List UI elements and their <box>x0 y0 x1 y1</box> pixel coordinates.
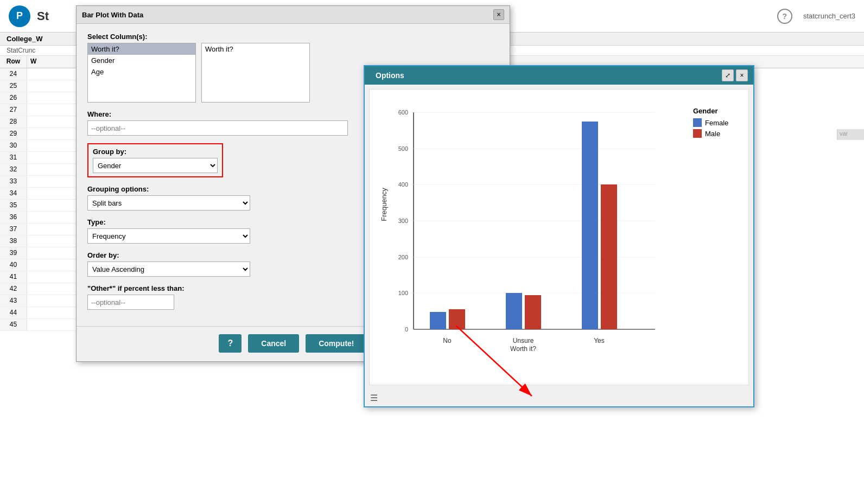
orderby-select[interactable]: Value AscendingValue DescendingFrequency… <box>87 261 250 277</box>
legend-title: Gender <box>693 107 728 115</box>
row-number: 38 <box>0 235 27 247</box>
row-number: 28 <box>0 116 27 128</box>
barplot-dialog-close[interactable]: × <box>493 9 504 20</box>
row-number: 32 <box>0 164 27 176</box>
app-title: St <box>37 9 49 23</box>
options-title-label: Options <box>370 70 410 81</box>
legend-label-male: Male <box>705 130 720 138</box>
bar-chart: Frequency 0 100 200 300 400 500 <box>378 96 682 378</box>
bar-no-female <box>430 312 446 329</box>
columns-listbox[interactable]: Worth it?GenderAge <box>87 43 196 103</box>
svg-text:200: 200 <box>398 254 408 260</box>
row-number: 27 <box>0 104 27 116</box>
svg-text:100: 100 <box>398 290 408 296</box>
svg-text:400: 400 <box>398 181 408 188</box>
header-row: Row <box>0 56 27 68</box>
row-number: 42 <box>0 283 27 295</box>
grouping-options-select[interactable]: Split barsStacked barsNormalized <box>87 195 250 210</box>
legend-item-male: Male <box>693 129 728 138</box>
groupby-select[interactable]: GenderAgeWorth it? <box>93 158 218 173</box>
chart-area: Frequency 0 100 200 300 400 500 <box>369 89 749 385</box>
cancel-button[interactable]: Cancel <box>248 334 299 353</box>
legend-item-female: Female <box>693 118 728 127</box>
barplot-dialog-titlebar: Bar Plot With Data × <box>77 6 510 24</box>
groupby-container: Group by: GenderAgeWorth it? <box>87 143 223 177</box>
row-number: 44 <box>0 307 27 319</box>
row-number: 34 <box>0 188 27 200</box>
selected-column-display: Worth it? <box>201 43 310 103</box>
row-number: 30 <box>0 140 27 152</box>
x-label-no: No <box>443 337 452 344</box>
options-dialog: Options ⤢ × Frequency 0 <box>364 65 754 407</box>
other-input[interactable] <box>87 295 174 310</box>
options-title-buttons: ⤢ × <box>722 69 748 81</box>
x-label-worthit: Worth it? <box>510 345 536 353</box>
barplot-dialog-title: Bar Plot With Data <box>82 11 143 19</box>
x-label-yes: Yes <box>594 337 605 344</box>
row-number: 40 <box>0 259 27 271</box>
row-number: 35 <box>0 200 27 212</box>
row-number: 37 <box>0 224 27 235</box>
row-number: 25 <box>0 80 27 92</box>
x-label-unsure: Unsure <box>513 337 534 344</box>
row-number: 43 <box>0 295 27 307</box>
pearson-logo: P <box>9 5 30 27</box>
legend-color-female <box>693 118 702 127</box>
list-item[interactable]: Gender <box>88 55 195 66</box>
list-item[interactable]: Worth it? <box>88 43 195 55</box>
compute-button[interactable]: Compute! <box>306 334 367 353</box>
list-item[interactable]: Age <box>88 66 195 78</box>
options-close-button[interactable]: × <box>736 69 748 81</box>
question-button[interactable]: ? <box>219 334 242 353</box>
select-columns-label: Select Column(s): <box>87 33 499 41</box>
groupby-label: Group by: <box>93 148 218 156</box>
row-number: 26 <box>0 92 27 104</box>
expand-button[interactable]: ⤢ <box>722 69 734 81</box>
type-select[interactable]: FrequencyRelative FrequencyPercent <box>87 228 250 244</box>
svg-text:600: 600 <box>398 109 408 116</box>
hamburger-icon[interactable]: ☰ <box>370 393 378 403</box>
row-number: 36 <box>0 212 27 224</box>
row-number: 24 <box>0 68 27 80</box>
y-axis-label: Frequency <box>380 188 388 221</box>
svg-text:0: 0 <box>405 326 408 333</box>
svg-text:500: 500 <box>398 145 408 152</box>
var-col-header: var <box>837 129 864 140</box>
user-label: statcrunch_cert3 <box>803 12 855 20</box>
options-footer: ☰ <box>365 390 753 406</box>
row-number: 33 <box>0 176 27 188</box>
bar-unsure-female <box>506 293 522 329</box>
row-number: 31 <box>0 152 27 164</box>
legend-label-female: Female <box>705 119 728 127</box>
svg-text:300: 300 <box>398 218 408 224</box>
row-number: 39 <box>0 247 27 259</box>
legend-color-male <box>693 129 702 138</box>
row-number: 45 <box>0 319 27 331</box>
top-bar-right: ? statcrunch_cert3 <box>777 9 855 24</box>
where-input[interactable] <box>87 120 348 136</box>
bar-no-male <box>449 309 465 329</box>
help-icon[interactable]: ? <box>777 9 792 24</box>
bar-yes-female <box>582 122 598 329</box>
options-title-bar: Options ⤢ × <box>365 66 753 85</box>
row-number: 29 <box>0 128 27 140</box>
chart-legend: Gender Female Male <box>693 107 728 140</box>
row-number: 41 <box>0 271 27 283</box>
bar-yes-male <box>601 184 617 329</box>
chart-container: Frequency 0 100 200 300 400 500 <box>378 96 740 378</box>
bar-unsure-male <box>525 295 541 329</box>
